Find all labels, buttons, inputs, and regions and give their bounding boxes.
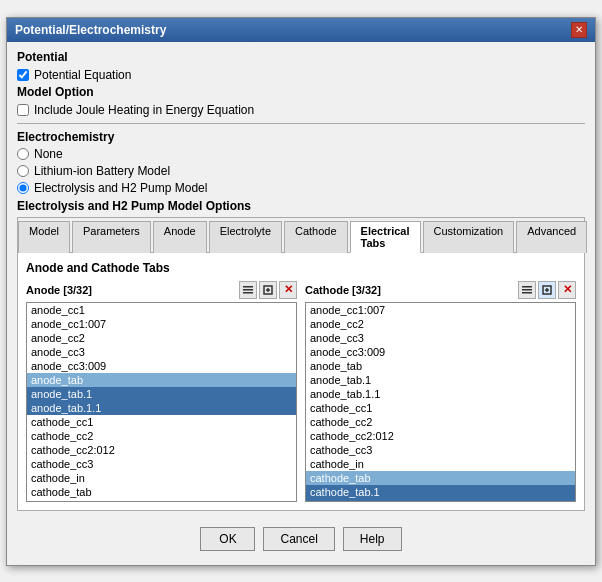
electrolysis-radio-row: Electrolysis and H2 Pump Model bbox=[17, 181, 585, 195]
list-item[interactable]: cathode_cc2 bbox=[306, 415, 575, 429]
list-item[interactable]: anode_cc2 bbox=[306, 317, 575, 331]
list-item[interactable]: anode_cc3:009 bbox=[306, 345, 575, 359]
svg-rect-8 bbox=[522, 292, 532, 294]
list-item[interactable]: anode_cc3 bbox=[306, 331, 575, 345]
none-label: None bbox=[34, 147, 63, 161]
tab-electrical-tabs[interactable]: Electrical Tabs bbox=[350, 221, 421, 253]
list-item[interactable]: anode_cc1 bbox=[27, 303, 296, 317]
electrolysis-radio[interactable] bbox=[17, 182, 29, 194]
svg-rect-6 bbox=[522, 286, 532, 288]
joule-heating-row: Include Joule Heating in Energy Equation bbox=[17, 103, 585, 117]
tab-parameters[interactable]: Parameters bbox=[72, 221, 151, 253]
title-bar: Potential/Electrochemistry ✕ bbox=[7, 18, 595, 42]
cathode-list-box[interactable]: anode_cc1:007 anode_cc2 anode_cc3 anode_… bbox=[305, 302, 576, 502]
list-item[interactable]: cathode_tab bbox=[27, 485, 296, 499]
cathode-toolbar: ✕ bbox=[518, 281, 576, 299]
cathode-list-label: Cathode [3/32] bbox=[305, 284, 381, 296]
list-select-icon bbox=[262, 284, 274, 296]
none-radio[interactable] bbox=[17, 148, 29, 160]
tab-electrolyte[interactable]: Electrolyte bbox=[209, 221, 282, 253]
list-item[interactable]: cathode_cc2 bbox=[27, 429, 296, 443]
anode-remove-btn[interactable]: ✕ bbox=[279, 281, 297, 299]
list-item[interactable]: cathode_in bbox=[27, 471, 296, 485]
button-row: OK Cancel Help bbox=[17, 521, 585, 557]
electrochemistry-title: Electrochemistry bbox=[17, 130, 585, 144]
list-item[interactable]: anode_tab.1 bbox=[306, 373, 575, 387]
dialog-title: Potential/Electrochemistry bbox=[15, 23, 166, 37]
dialog-body: Potential Potential Equation Model Optio… bbox=[7, 42, 595, 565]
anode-list-box[interactable]: anode_cc1 anode_cc1:007 anode_cc2 anode_… bbox=[26, 302, 297, 502]
anode-all-btn[interactable] bbox=[239, 281, 257, 299]
lithium-radio-row: Lithium-ion Battery Model bbox=[17, 164, 585, 178]
dialog: Potential/Electrochemistry ✕ Potential P… bbox=[6, 17, 596, 566]
anode-list-label: Anode [3/32] bbox=[26, 284, 92, 296]
list-item[interactable]: cathode_cc3 bbox=[27, 457, 296, 471]
list-item[interactable]: cathode_tab.1.1 bbox=[306, 499, 575, 502]
cathode-list-header: Cathode [3/32] ✕ bbox=[305, 281, 576, 299]
cathode-all-btn[interactable] bbox=[518, 281, 536, 299]
tab-customization[interactable]: Customization bbox=[423, 221, 515, 253]
list-item[interactable]: anode_cc1:007 bbox=[306, 303, 575, 317]
anode-select-btn[interactable] bbox=[259, 281, 277, 299]
list-item[interactable]: anode_cc1:007 bbox=[27, 317, 296, 331]
h2-pump-section-title: Electrolysis and H2 Pump Model Options bbox=[17, 199, 585, 213]
svg-rect-7 bbox=[522, 289, 532, 291]
list-item[interactable]: cathode_tab.1 bbox=[306, 485, 575, 499]
potential-section-title: Potential bbox=[17, 50, 585, 64]
cathode-remove-btn[interactable]: ✕ bbox=[558, 281, 576, 299]
cancel-button[interactable]: Cancel bbox=[263, 527, 334, 551]
electrolysis-label: Electrolysis and H2 Pump Model bbox=[34, 181, 207, 195]
lithium-radio[interactable] bbox=[17, 165, 29, 177]
list-item[interactable]: cathode_tab bbox=[306, 471, 575, 485]
anode-toolbar: ✕ bbox=[239, 281, 297, 299]
svg-rect-0 bbox=[243, 286, 253, 288]
tab-model[interactable]: Model bbox=[18, 221, 70, 253]
tab-advanced[interactable]: Advanced bbox=[516, 221, 587, 253]
list-item[interactable]: cathode_cc1 bbox=[306, 401, 575, 415]
tab-bar: Model Parameters Anode Electrolyte Catho… bbox=[18, 218, 584, 253]
list-item[interactable]: anode_cc3:009 bbox=[27, 359, 296, 373]
list-item[interactable]: anode_tab.1 bbox=[27, 387, 296, 401]
potential-equation-label: Potential Equation bbox=[34, 68, 131, 82]
none-radio-row: None bbox=[17, 147, 585, 161]
list-item[interactable]: cathode_cc1 bbox=[27, 415, 296, 429]
list-item[interactable]: anode_tab bbox=[306, 359, 575, 373]
list-item[interactable]: anode_tab bbox=[27, 373, 296, 387]
anode-list-panel: Anode [3/32] ✕ bbox=[26, 281, 297, 502]
list-all-icon bbox=[242, 284, 254, 296]
list-item[interactable]: cathode_cc2:012 bbox=[306, 429, 575, 443]
joule-heating-checkbox[interactable] bbox=[17, 104, 29, 116]
list-all-icon bbox=[521, 284, 533, 296]
list-item[interactable]: cathode_in bbox=[306, 457, 575, 471]
lithium-label: Lithium-ion Battery Model bbox=[34, 164, 170, 178]
electrochemistry-section: Electrochemistry None Lithium-ion Batter… bbox=[17, 130, 585, 195]
close-button[interactable]: ✕ bbox=[571, 22, 587, 38]
svg-rect-1 bbox=[243, 289, 253, 291]
cathode-list-panel: Cathode [3/32] ✕ bbox=[305, 281, 576, 502]
cathode-select-btn[interactable] bbox=[538, 281, 556, 299]
list-item[interactable]: cathode_cc2:012 bbox=[27, 443, 296, 457]
tabs-container: Model Parameters Anode Electrolyte Catho… bbox=[17, 217, 585, 511]
divider-1 bbox=[17, 123, 585, 124]
list-item[interactable]: anode_cc3 bbox=[27, 345, 296, 359]
potential-equation-checkbox[interactable] bbox=[17, 69, 29, 81]
ok-button[interactable]: OK bbox=[200, 527, 255, 551]
tab-content-electrical: Anode and Cathode Tabs Anode [3/32] bbox=[18, 253, 584, 510]
anode-cathode-tabs-title: Anode and Cathode Tabs bbox=[26, 261, 576, 275]
list-item[interactable]: anode_tab.1.1 bbox=[306, 387, 575, 401]
list-item[interactable]: cathode_cc3 bbox=[306, 443, 575, 457]
tab-cathode[interactable]: Cathode bbox=[284, 221, 348, 253]
joule-heating-label: Include Joule Heating in Energy Equation bbox=[34, 103, 254, 117]
list-select-icon bbox=[541, 284, 553, 296]
potential-equation-row: Potential Equation bbox=[17, 68, 585, 82]
anode-list-header: Anode [3/32] ✕ bbox=[26, 281, 297, 299]
model-option-section-title: Model Option bbox=[17, 85, 585, 99]
help-button[interactable]: Help bbox=[343, 527, 402, 551]
list-item[interactable]: cathode_tab.1 bbox=[27, 499, 296, 502]
list-item[interactable]: anode_tab.1.1 bbox=[27, 401, 296, 415]
list-item[interactable]: anode_cc2 bbox=[27, 331, 296, 345]
tab-anode[interactable]: Anode bbox=[153, 221, 207, 253]
svg-rect-2 bbox=[243, 292, 253, 294]
lists-row: Anode [3/32] ✕ bbox=[26, 281, 576, 502]
